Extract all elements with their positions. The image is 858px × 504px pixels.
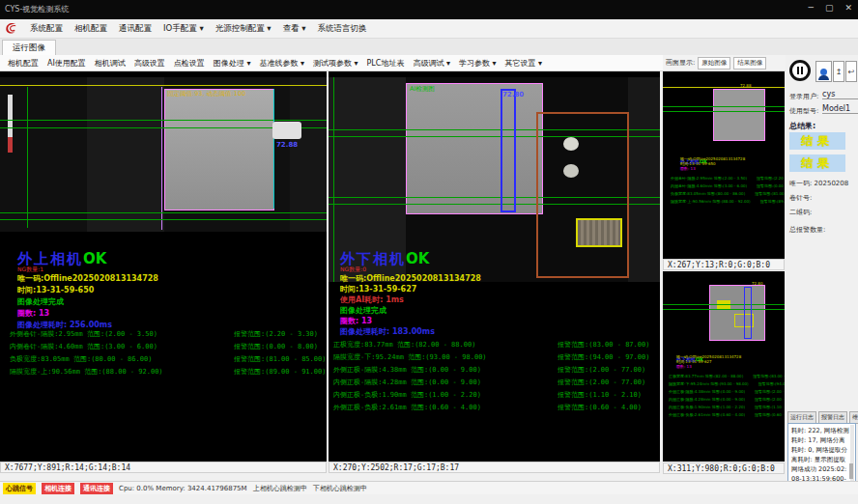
qr-code-label: 二维码: xyxy=(789,208,812,217)
tab-strip: 运行图像 xyxy=(0,39,858,56)
connector-part xyxy=(272,122,301,139)
overlay-green-hline xyxy=(0,120,327,121)
overlay-green-hline xyxy=(663,111,785,112)
exit-button[interactable]: ↩ xyxy=(845,61,857,82)
mini-measure-row: 隔膜宽度-上:90.56mm 范围:(88.00 - 92.00)报警范围:(8… xyxy=(671,199,785,204)
measure-value-label: 72.80 xyxy=(502,91,524,98)
menu-view[interactable]: 查看 ▾ xyxy=(283,23,306,35)
left-camera-image[interactable]: 固定阈值:93, 动态阈值:100 72.88 xyxy=(0,77,327,232)
title-bar: CYS-视觉检测系统 ─ ▢ ✕ xyxy=(0,0,858,19)
close-icon[interactable]: ✕ xyxy=(844,3,852,13)
overlay-yellow-line xyxy=(663,87,785,88)
tool-baseline-params[interactable]: 基准线参数 ▾ xyxy=(259,58,304,69)
mini-measure-row: 内侧正极-负极:1.90mm 范围:(1.00 - 2.20)报警范围:(1.1… xyxy=(669,405,785,409)
tool-advanced-debug[interactable]: 高级调试 ▾ xyxy=(413,58,450,69)
maximize-icon[interactable]: ▢ xyxy=(825,3,834,13)
log-scrollbar-thumb[interactable] xyxy=(849,463,853,479)
mini-overlay-value: 72.80 xyxy=(752,281,762,286)
loop-count: 圈数: 13 xyxy=(340,316,372,326)
tool-other-settings[interactable]: 其它设置 ▾ xyxy=(505,58,543,69)
display-option-raw[interactable]: 原始图像 xyxy=(698,57,730,70)
overlay-purple-vline xyxy=(161,87,162,230)
result-box-upper: 结果 xyxy=(789,132,845,150)
electrode-region-mini xyxy=(713,89,765,141)
user-login-button[interactable] xyxy=(815,61,832,82)
ai-elapsed: 使用AI耗时: 1ms xyxy=(340,294,404,305)
tool-advanced-settings[interactable]: 高级设置 xyxy=(134,58,165,69)
mini-measure-row: 外侧卷针-隔膜:2.95mm 范围:(2.00 - 3.50)报警范围:(2.2… xyxy=(671,176,785,181)
menu-comm-config[interactable]: 通讯配置 xyxy=(119,23,152,35)
panel-up-button[interactable]: ↥ xyxy=(833,61,844,82)
process-done: 图像处理完成 xyxy=(17,296,64,307)
overlay-cyan-vline xyxy=(273,89,274,209)
tool-camera-debug[interactable]: 相机调试 xyxy=(95,58,126,69)
menu-light-config[interactable]: 光源控制配置 ▾ xyxy=(215,23,272,35)
unique-code-label: 唯一码: 20250208 xyxy=(789,179,848,188)
tab-run-image[interactable]: 运行图像 xyxy=(2,40,56,56)
left-camera-panel: 固定阈值:93, 动态阈值:100 72.88 外上相机OK NG数量:1 唯一… xyxy=(0,71,327,462)
log-output[interactable]: 耗时: 222, 网络检测耗时: 17, 网络分离耗时: 0, 网络提取分离耗时… xyxy=(787,423,856,489)
pause-icon xyxy=(801,67,803,74)
heartbeat-badge: 心跳信号 xyxy=(3,483,36,494)
model-value[interactable]: Model1 xyxy=(822,104,858,114)
tool-ai-use-config[interactable]: AI使用配置 xyxy=(47,58,86,69)
mid-cursor-status: X:270;Y:2502;R:17;G:17;B:17 xyxy=(329,462,660,473)
tool-learn-params[interactable]: 学习参数 ▾ xyxy=(459,58,497,69)
total-result-label: 总结果: xyxy=(789,121,815,131)
ok-status: OK xyxy=(83,250,106,267)
measurement-row: 内侧卷针-隔膜:4.60mm 范围:(3.00 - 6.00) 报警范围:(0.… xyxy=(10,342,325,351)
overlay-green-hline xyxy=(0,219,327,220)
reflection-spot xyxy=(563,164,579,178)
menu-language-switch[interactable]: 系统语言切换 xyxy=(318,23,367,35)
tool-image-process[interactable]: 图像处理 ▾ xyxy=(214,58,251,69)
login-user-value[interactable]: cys xyxy=(822,90,858,99)
log-text: 耗时: 222, 网络检测耗时: 17, 网络分离耗时: 0, 网络提取分离耗时… xyxy=(791,427,849,489)
app-window: CYS-视觉检测系统 ─ ▢ ✕ 系统配置 相机配置 通讯配置 IO手配置 ▾ … xyxy=(0,0,858,504)
log-scrollbar[interactable] xyxy=(850,425,854,485)
measure-text: 外侧卷针-隔膜:2.95mm 范围:(2.00 - 3.50) xyxy=(10,329,234,339)
model-label: 使用型号: xyxy=(789,106,818,116)
mini-measure-row: 正极宽度:83.77mm 范围:(82.00 - 88.00)报警范围:(83.… xyxy=(669,374,785,378)
measure-text: 负极宽度:83.05mm 范围:(80.00 - 86.00) xyxy=(10,354,234,364)
overlay-yellow-rect xyxy=(576,218,622,247)
menu-system-config[interactable]: 系统配置 xyxy=(30,23,63,35)
window-title: CYS-视觉检测系统 xyxy=(5,4,69,14)
tool-test-params[interactable]: 测试项参数 ▾ xyxy=(313,58,358,69)
alarm-range: 报警范围:(0.00 - 8.00) xyxy=(234,342,325,351)
left-cursor-status: X:7677;Y:891;R:14;G:14;B:14 xyxy=(0,462,327,473)
pause-button[interactable] xyxy=(789,60,811,81)
process-done: 图像处理完成 xyxy=(340,305,386,316)
overlay-green-vline xyxy=(333,77,334,282)
measurement-row: 负极宽度:83.05mm 范围:(80.00 - 86.00) 报警范围:(81… xyxy=(10,354,325,364)
thumb-upper-camera[interactable]: 72.88 外上相机OK 唯一码:Offline2025020813134728… xyxy=(663,71,785,259)
tool-spot-check[interactable]: 点检设置 xyxy=(174,58,205,69)
overlay-brown-rect xyxy=(536,112,629,278)
comm-link-badge: 通讯连接 xyxy=(80,483,113,494)
minimize-icon[interactable]: ─ xyxy=(809,3,814,13)
display-option-result[interactable]: 结果图像 xyxy=(733,57,766,70)
measurement-row: 外侧正极-负极:2.61mm 范围:(0.60 - 4.00) 报警范围:(0.… xyxy=(333,403,658,412)
measurement-row: 外侧正极-隔膜:4.38mm 范围:(0.00 - 9.00) 报警范围:(2.… xyxy=(333,365,658,375)
display-mode-bar: 画面显示: 原始图像 结果图像 xyxy=(663,55,786,71)
alarm-range: 报警范围:(2.20 - 3.30) xyxy=(234,329,325,339)
overlay-green-hline xyxy=(663,309,785,310)
mid-camera-panel: AI检测图 72.80 外下相机OK NG数量:0 唯一码:Offline202… xyxy=(329,71,660,462)
alarm-range: 报警范围:(0.60 - 4.00) xyxy=(558,403,658,412)
menu-camera-config[interactable]: 相机配置 xyxy=(74,23,107,35)
overlay-yellow-line xyxy=(0,85,327,86)
threshold-overlay-text: 固定阈值:93, 动态阈值:100 xyxy=(167,90,245,98)
upper-camera-heartbeat-note: 上相机心跳检测中 xyxy=(253,484,307,493)
process-elapsed: 图像处理耗时: 183.00ms xyxy=(340,326,435,337)
tool-camera-config[interactable]: 相机配置 xyxy=(8,58,39,69)
edge-highlight xyxy=(8,95,13,137)
measurement-row: 内侧正极-隔膜:4.28mm 范围:(0.00 - 9.00) 报警范围:(2.… xyxy=(333,378,658,387)
measurement-row: 内侧正极-负极:1.90mm 范围:(1.00 - 2.20) 报警范围:(1.… xyxy=(333,390,658,400)
alarm-range: 报警范围:(1.10 - 2.10) xyxy=(558,390,658,400)
measure-value-label: 72.88 xyxy=(276,141,298,149)
unique-code: 唯一码:Offline2025020813134728 xyxy=(340,273,481,284)
measure-text: 隔膜宽度-下:95.24mm 范围:(93.00 - 98.00) xyxy=(333,352,558,362)
tool-plc-address[interactable]: PLC地址表 xyxy=(367,58,405,69)
thumb-lower-camera[interactable]: 72.80 外下相机OK 唯一码:Offline2025020813134728… xyxy=(663,271,785,462)
overlay-green-hline xyxy=(663,106,785,107)
menu-io-hand-config[interactable]: IO手配置 ▾ xyxy=(163,23,204,35)
